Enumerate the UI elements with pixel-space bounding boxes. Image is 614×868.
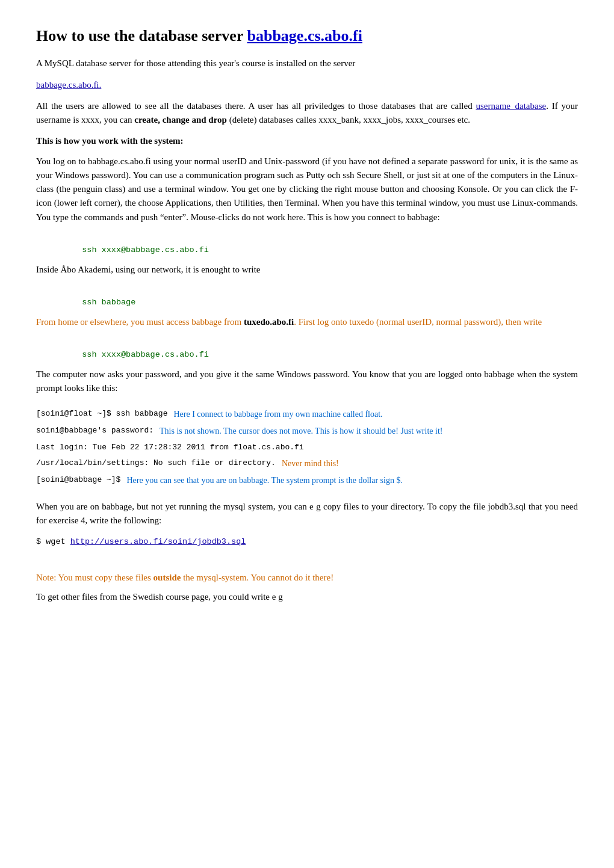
terminal-row-1: [soini@float ~]$ ssh babbage Here I conn… [36,407,578,422]
code-ssh-babbage: ssh babbage [72,284,578,309]
terminal-row-4: /usr/local/bin/settings: No such file or… [36,457,578,471]
title-link[interactable]: babbage.cs.abo.fi [247,27,362,45]
terminal-cmd-5: [soini@babbage ~]$ [36,473,120,487]
terminal-cmd-3: Last login: Tue Feb 22 17:28:32 2011 fro… [36,441,304,454]
section1-body: You log on to babbage.cs.abo.fi using yo… [36,155,578,224]
terminal-comment-4: Never mind this! [282,457,339,471]
terminal-comment-5: Here you can see that you are on babbage… [126,473,403,488]
intro-para2: All the users are allowed to see all the… [36,99,578,128]
terminal-cmd-2: soini@babbage's password: [36,424,154,437]
after-code3-text: The computer now asks your password, and… [36,368,578,396]
section1-heading: This is how you work with the system: [36,134,578,148]
terminal-comment-2: This is not shown. The cursor does not m… [160,424,442,439]
code-ssh-1: ssh xxxx@babbage.cs.abo.fi [72,232,578,257]
terminal-row-5: [soini@babbage ~]$ Here you can see that… [36,473,578,488]
intro-link: babbage.cs.abo.fi. [36,78,578,92]
terminal-block: [soini@float ~]$ ssh babbage Here I conn… [36,407,578,487]
last-line: To get other files from the Swedish cour… [36,590,578,604]
terminal-cmd-1: [soini@float ~]$ ssh babbage [36,407,167,420]
tuxedo-bold: tuxedo.abo.fi [244,317,294,327]
terminal-row-2: soini@babbage's password: This is not sh… [36,424,578,439]
note-line: Note: You must copy these files outside … [36,571,578,585]
inside-text: Inside Åbo Akademi, using our network, i… [36,263,578,277]
username-database-link[interactable]: username_database [476,101,547,111]
babbage-link-1[interactable]: babbage.cs.abo.fi. [36,80,101,90]
section2-body1: When you are on babbage, but not yet run… [36,500,578,528]
intro-para1: A MySQL database server for those attend… [36,57,578,70]
terminal-row-3: Last login: Tue Feb 22 17:28:32 2011 fro… [36,441,578,454]
terminal-comment-1: Here I connect to babbage from my own ma… [173,407,382,422]
wget-url-link[interactable]: http://users.abo.fi/soini/jobdb3.sql [70,537,246,546]
terminal-cmd-4: /usr/local/bin/settings: No such file or… [36,457,276,470]
page-title: How to use the database server babbage.c… [36,24,578,48]
code-ssh-2: ssh xxxx@babbage.cs.abo.fi [72,336,578,362]
orange-para: From home or elsewhere, you must access … [36,315,578,329]
note-bold: outside [154,573,181,582]
wget-line: $ wget http://users.abo.fi/soini/jobdb3.… [36,536,578,549]
